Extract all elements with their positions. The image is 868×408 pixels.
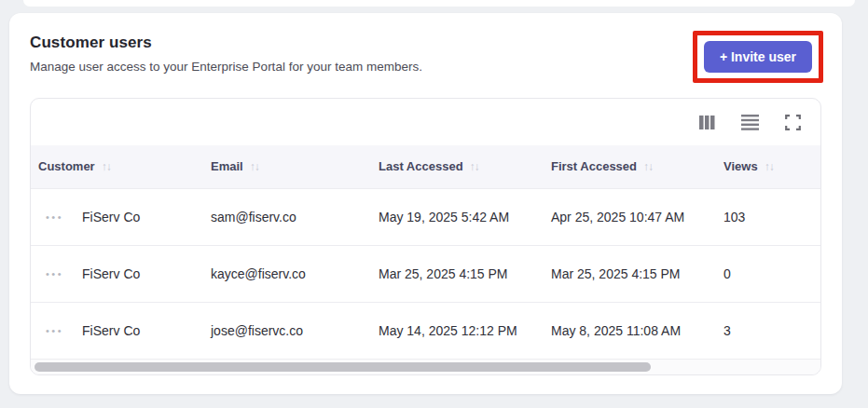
sort-icon[interactable]: ↑↓ (470, 160, 479, 173)
sort-icon[interactable]: ↑↓ (102, 160, 111, 173)
cell-last-accessed: May 14, 2025 12:12 PM (371, 302, 544, 359)
sort-icon[interactable]: ↑↓ (643, 160, 653, 173)
cell-views: 3 (716, 302, 820, 359)
column-header-first-accessed[interactable]: First Accessed↑↓ (544, 145, 716, 188)
column-header-email[interactable]: Email↑↓ (203, 145, 371, 188)
table-row: •••FiServ Cosam@fiserv.coMay 19, 2025 5:… (31, 188, 820, 245)
column-label: Last Accessed (379, 159, 463, 173)
users-table: Customer↑↓Email↑↓Last Accessed↑↓First Ac… (31, 145, 820, 359)
row-menu-icon[interactable]: ••• (46, 325, 63, 336)
cell-customer: •••FiServ Co (31, 188, 203, 245)
cell-views: 103 (716, 188, 820, 245)
customer-name: FiServ Co (82, 210, 140, 224)
table-header-row: Customer↑↓Email↑↓Last Accessed↑↓First Ac… (31, 145, 820, 188)
cell-first-accessed: May 8, 2025 11:08 AM (544, 302, 716, 359)
page-subtitle: Manage user access to your Enterprise Po… (30, 60, 422, 74)
cell-last-accessed: Mar 25, 2025 4:15 PM (371, 245, 544, 302)
customer-name: FiServ Co (82, 323, 140, 338)
cell-email: sam@fiserv.co (203, 188, 371, 245)
column-label: Customer (38, 159, 95, 173)
cell-customer: •••FiServ Co (31, 245, 203, 302)
sort-icon[interactable]: ↑↓ (250, 160, 259, 173)
cell-customer: •••FiServ Co (31, 302, 203, 359)
cell-first-accessed: Apr 25, 2025 10:47 AM (544, 188, 716, 245)
cell-email: kayce@fiserv.co (203, 245, 371, 302)
table-body: •••FiServ Cosam@fiserv.coMay 19, 2025 5:… (31, 188, 820, 359)
rows-density-icon[interactable] (740, 113, 759, 131)
sort-icon[interactable]: ↑↓ (765, 160, 774, 173)
scrollbar-thumb[interactable] (34, 362, 651, 372)
invite-user-button[interactable]: + Invite user (704, 41, 812, 73)
column-label: Views (723, 159, 758, 173)
customer-name: FiServ Co (82, 266, 140, 281)
panel-header: Customer users Manage user access to you… (30, 34, 821, 83)
panel-header-text: Customer users Manage user access to you… (30, 34, 422, 74)
row-menu-icon[interactable]: ••• (46, 268, 63, 279)
customer-users-panel: Customer users Manage user access to you… (9, 13, 842, 394)
cell-first-accessed: Mar 25, 2025 4:15 PM (544, 245, 716, 302)
previous-card-edge (23, 0, 855, 7)
columns-icon[interactable] (697, 113, 716, 131)
page-title: Customer users (30, 34, 422, 52)
column-header-last-accessed[interactable]: Last Accessed↑↓ (371, 145, 544, 188)
row-menu-icon[interactable]: ••• (46, 211, 63, 223)
annotation-highlight: + Invite user (693, 31, 823, 83)
table-toolbar (31, 99, 820, 145)
cell-last-accessed: May 19, 2025 5:42 AM (371, 188, 544, 245)
table-row: •••FiServ Cokayce@fiserv.coMar 25, 2025 … (31, 245, 820, 302)
column-header-views[interactable]: Views↑↓ (716, 145, 820, 188)
column-label: First Accessed (551, 159, 637, 173)
table-row: •••FiServ Cojose@fiservc.coMay 14, 2025 … (31, 302, 820, 359)
column-header-customer[interactable]: Customer↑↓ (31, 145, 203, 188)
horizontal-scrollbar[interactable] (31, 359, 820, 374)
cell-email: jose@fiservc.co (203, 302, 371, 359)
column-label: Email (211, 159, 243, 173)
cell-views: 0 (716, 245, 820, 302)
fullscreen-icon[interactable] (783, 113, 802, 131)
users-table-card: Customer↑↓Email↑↓Last Accessed↑↓First Ac… (30, 98, 821, 375)
